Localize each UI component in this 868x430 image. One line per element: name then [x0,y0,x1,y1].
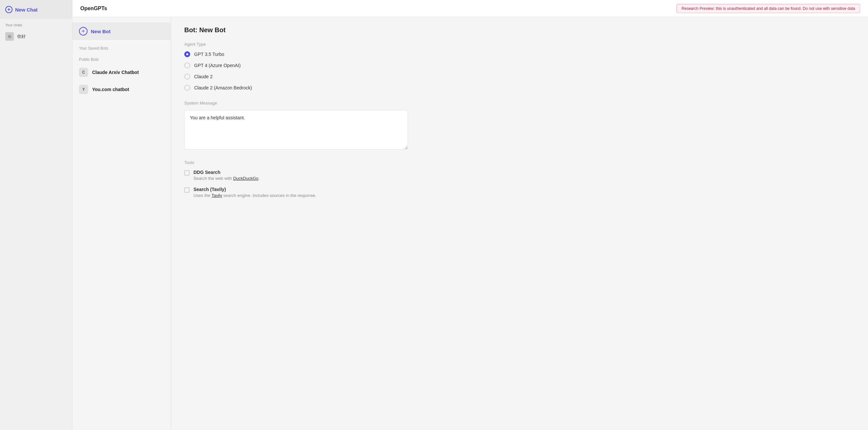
main-area: OpenGPTs Research Preview: this is unaut… [72,0,868,430]
public-bots-label: Public Bots [72,53,171,64]
research-banner: Research Preview: this is unauthenticate… [677,4,860,13]
bot-item-claude[interactable]: C Claude Arxiv Chatbot [72,64,171,81]
radio-circle-claude2-bedrock [184,85,190,91]
tool-name-ddg: DDG Search [193,170,259,175]
agent-type-radio-group: GPT 3.5 Turbo GPT 4 (Azure OpenAI) Claud… [184,51,855,91]
agent-type-label: Agent Type [184,42,855,47]
chat-avatar: 你 [5,32,14,41]
new-chat-button[interactable]: + New Chat [0,0,72,19]
saved-bots-label: Your Saved Bots [72,41,171,53]
radio-label-claude2: Claude 2 [194,74,213,79]
radio-label-gpt35: GPT 3.5 Turbo [194,52,224,57]
radio-label-claude2-bedrock: Claude 2 (Amazon Bedrock) [194,85,252,90]
tool-info-tavily: Search (Tavily) Uses the Tavily search e… [193,187,316,198]
tool-item-ddg: DDG Search Search the web with DuckDuckG… [184,170,855,181]
tool-checkbox-tavily[interactable] [184,187,189,193]
config-title: Bot: New Bot [184,26,855,34]
ddg-link[interactable]: DuckDuckGo [233,176,259,181]
content-area: + New Bot Your Saved Bots Public Bots C … [72,17,868,430]
new-bot-plus-icon: + [79,27,88,35]
tool-checkbox-ddg[interactable] [184,170,189,175]
chat-item[interactable]: 你 你好 [0,29,72,44]
new-bot-button[interactable]: + New Bot [72,22,171,40]
radio-circle-claude2 [184,74,190,79]
radio-gpt4[interactable]: GPT 4 (Azure OpenAI) [184,62,855,68]
tools-label: Tools [184,160,855,165]
tool-info-ddg: DDG Search Search the web with DuckDuckG… [193,170,259,181]
your-chats-label: Your chats [0,19,72,29]
system-message-textarea[interactable] [184,110,408,150]
tool-desc-tavily: Uses the Tavily search engine. Includes … [193,193,316,198]
tool-item-tavily: Search (Tavily) Uses the Tavily search e… [184,187,855,198]
config-panel: Bot: New Bot Agent Type GPT 3.5 Turbo GP… [171,17,868,430]
bot-avatar-claude: C [79,68,88,77]
radio-claude2[interactable]: Claude 2 [184,74,855,79]
system-message-label: System Message [184,101,855,105]
chat-item-label: 你好 [17,34,26,39]
bot-item-youcom[interactable]: Y You.com chatbot [72,81,171,98]
radio-circle-gpt4 [184,62,190,68]
bot-name-claude: Claude Arxiv Chatbot [92,70,139,75]
bot-list-panel: + New Bot Your Saved Bots Public Bots C … [72,17,171,430]
tools-section: Tools DDG Search Search the web with Duc… [184,160,855,198]
header: OpenGPTs Research Preview: this is unaut… [72,0,868,17]
radio-label-gpt4: GPT 4 (Azure OpenAI) [194,63,241,68]
tool-desc-ddg: Search the web with DuckDuckGo. [193,176,259,181]
sidebar: + New Chat Your chats 你 你好 [0,0,72,430]
radio-circle-gpt35 [184,51,190,57]
tavily-link[interactable]: Tavily [212,193,222,198]
tool-name-tavily: Search (Tavily) [193,187,316,192]
new-bot-label: New Bot [91,29,111,34]
system-message-section: System Message [184,101,855,151]
new-chat-label: New Chat [15,7,37,12]
radio-gpt35[interactable]: GPT 3.5 Turbo [184,51,855,57]
plus-circle-icon: + [5,6,12,13]
bot-avatar-youcom: Y [79,85,88,94]
app-title: OpenGPTs [80,6,107,11]
radio-claude2-bedrock[interactable]: Claude 2 (Amazon Bedrock) [184,85,855,91]
bot-name-youcom: You.com chatbot [92,87,129,92]
